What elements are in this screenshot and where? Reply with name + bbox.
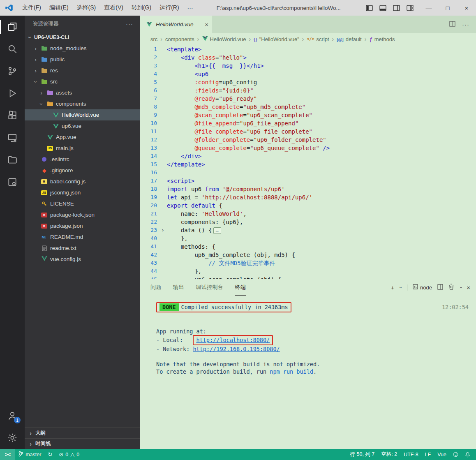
tree-item-readme.txt[interactable]: readme.txt — [25, 243, 140, 254]
tab-close-icon[interactable]: × — [205, 21, 208, 28]
breadcrumb-item-default[interactable]: [@]default — [337, 36, 361, 42]
tree-item-assets[interactable]: ›assets — [25, 87, 140, 98]
terminal-link[interactable]: http://localhost:8080/ — [196, 336, 270, 344]
close-button[interactable]: × — [457, 0, 476, 16]
menu-查看(V)[interactable]: 查看(V) — [100, 0, 127, 16]
chevron-down-icon[interactable]: › — [32, 79, 39, 84]
search-icon[interactable] — [0, 38, 25, 60]
tree-item-package-lock.json[interactable]: npackage-lock.json — [25, 209, 140, 220]
tools-icon[interactable] — [0, 171, 25, 193]
tree-item-HelloWorld.vue[interactable]: HelloWorld.vue — [25, 109, 140, 120]
menu-转到(G)[interactable]: 转到(G) — [127, 0, 155, 16]
code-token: "up6_md5_complete" — [243, 104, 305, 110]
source-control-icon[interactable] — [0, 60, 25, 82]
tree-item-babel.config.js[interactable]: Bbabel.config.js — [25, 176, 140, 187]
new-terminal-dropdown-icon[interactable]: › — [397, 287, 404, 288]
breadcrumb-item-HelloWorld.vue[interactable]: {}"HelloWorld.vue" — [254, 36, 299, 42]
more-actions-icon[interactable]: ··· — [462, 21, 469, 28]
tree-item-main.js[interactable]: JSmain.js — [25, 143, 140, 154]
close-panel-icon[interactable]: × — [467, 284, 470, 291]
breadcrumb-item-src[interactable]: src — [150, 36, 157, 42]
terminal-output[interactable]: DONECompiled successfully in 24363ms12:0… — [140, 296, 476, 449]
tree-item-.eslintrc[interactable]: .eslintrc — [25, 154, 140, 165]
breadcrumb-item-script[interactable]: </>script — [307, 35, 329, 43]
remote-indicator[interactable]: >< — [0, 449, 15, 460]
chevron-right-icon[interactable]: › — [39, 90, 44, 96]
code-token: default — [191, 202, 215, 209]
tree-item-res[interactable]: ›res — [25, 65, 140, 76]
tree-item-src[interactable]: ›src — [25, 76, 140, 87]
tab-helloworld-vue[interactable]: HelloWorld.vue × — [140, 16, 213, 33]
sidebar-section-大纲[interactable]: ›大纲 — [25, 428, 140, 438]
settings-gear-icon[interactable] — [0, 427, 25, 449]
panel-tab-调试控制台[interactable]: 调试控制台 — [196, 279, 224, 296]
code-token: class — [198, 54, 215, 61]
toggle-panel-icon[interactable] — [379, 5, 386, 11]
sync-status[interactable]: ↻ — [44, 449, 55, 460]
maximize-panel-icon[interactable]: › — [458, 287, 464, 288]
git-branch-status[interactable]: master — [15, 449, 44, 460]
status-item-行50列7[interactable]: 行 50, 列 7 — [347, 449, 378, 460]
tree-item-node_modules[interactable]: ›node_modules — [25, 43, 140, 54]
minimize-button[interactable]: — — [419, 0, 438, 16]
menu-编辑(E)[interactable]: 编辑(E) — [45, 0, 73, 16]
chevron-right-icon[interactable]: › — [33, 45, 38, 52]
sidebar-section-时间线[interactable]: ›时间线 — [25, 438, 140, 449]
remote-explorer-icon[interactable] — [0, 127, 25, 149]
status-item-UTF8[interactable]: UTF-8 — [400, 449, 421, 460]
breadcrumb-item-methods[interactable]: ƒmethods — [369, 36, 395, 42]
problems-status[interactable]: ⊘ 0 △ 0 — [55, 449, 83, 460]
accounts-icon[interactable]: 1 — [0, 405, 25, 427]
code-editor[interactable]: 1<template>2 <div class="hello">3 <h1>{{… — [140, 45, 476, 279]
extensions-icon[interactable] — [0, 104, 25, 127]
terminal-link[interactable]: http://192.168.0.195:8080/ — [193, 345, 280, 353]
new-terminal-button[interactable]: + — [391, 284, 395, 291]
maximize-button[interactable]: □ — [438, 0, 457, 16]
status-item-LF[interactable]: LF — [422, 449, 434, 460]
split-terminal-icon[interactable] — [437, 284, 443, 291]
chevron-right-icon[interactable]: › — [33, 56, 38, 63]
status-item-Vue[interactable]: Vue — [434, 449, 450, 460]
tree-item-up6.vue[interactable]: up6.vue — [25, 120, 140, 132]
project-folder-icon[interactable] — [0, 149, 25, 171]
sidebar-actions-button[interactable]: ··· — [126, 21, 133, 28]
fold-chevron-icon[interactable]: › — [159, 226, 167, 234]
tree-item-LICENSE[interactable]: LICENSE — [25, 198, 140, 209]
panel-tab-输出[interactable]: 输出 — [173, 279, 184, 296]
feedback-icon[interactable] — [450, 449, 462, 460]
code-line: 5 :config=up6_config — [140, 78, 476, 86]
kill-terminal-icon[interactable] — [448, 284, 454, 291]
tree-item-components[interactable]: ›components — [25, 98, 140, 109]
panel-tab-终端[interactable]: 终端 — [235, 279, 246, 296]
run-debug-icon[interactable] — [0, 82, 25, 104]
breadcrumb-item-components[interactable]: components — [165, 36, 194, 42]
breadcrumb-item-HelloWorld.vue[interactable]: HelloWorld.vue — [202, 36, 246, 42]
code-link[interactable]: http://localhost:8888/api/up6/ — [205, 194, 309, 201]
tree-item-package.json[interactable]: npackage.json — [25, 220, 140, 231]
tree-item-README.md[interactable]: M↓README.md — [25, 231, 140, 243]
menu-more[interactable]: ··· — [183, 0, 197, 16]
tree-item-public[interactable]: ›public — [25, 54, 140, 65]
toggle-secondary-sidebar-icon[interactable] — [393, 5, 400, 11]
terminal-instance-node[interactable]: node — [413, 284, 432, 291]
tree-root[interactable]: › UP6-VUE3-CLI — [25, 32, 140, 43]
branch-icon — [18, 451, 23, 458]
toggle-sidebar-icon[interactable] — [366, 5, 373, 11]
md-file-icon: M↓ — [41, 235, 48, 240]
status-item-空格2[interactable]: 空格: 2 — [378, 449, 400, 460]
menu-文件(F)[interactable]: 文件(F) — [18, 0, 45, 16]
menu-运行(R)[interactable]: 运行(R) — [155, 0, 183, 16]
tree-item-App.vue[interactable]: App.vue — [25, 132, 140, 143]
split-editor-icon[interactable] — [449, 21, 455, 28]
tree-item-vue.config.js[interactable]: vue.config.js — [25, 254, 140, 265]
tree-item-.gitignore[interactable]: ◆.gitignore — [25, 165, 140, 176]
panel-tab-问题[interactable]: 问题 — [150, 279, 162, 296]
chevron-down-icon[interactable]: › — [38, 101, 45, 106]
tree-item-jsconfig.json[interactable]: JSjsconfig.json — [25, 187, 140, 198]
customize-layout-icon[interactable] — [407, 5, 414, 11]
explorer-icon[interactable] — [0, 16, 25, 38]
notifications-bell-icon[interactable] — [462, 449, 474, 460]
fold-spacer — [159, 78, 167, 86]
menu-选择(S)[interactable]: 选择(S) — [73, 0, 100, 16]
chevron-right-icon[interactable]: › — [33, 67, 38, 74]
